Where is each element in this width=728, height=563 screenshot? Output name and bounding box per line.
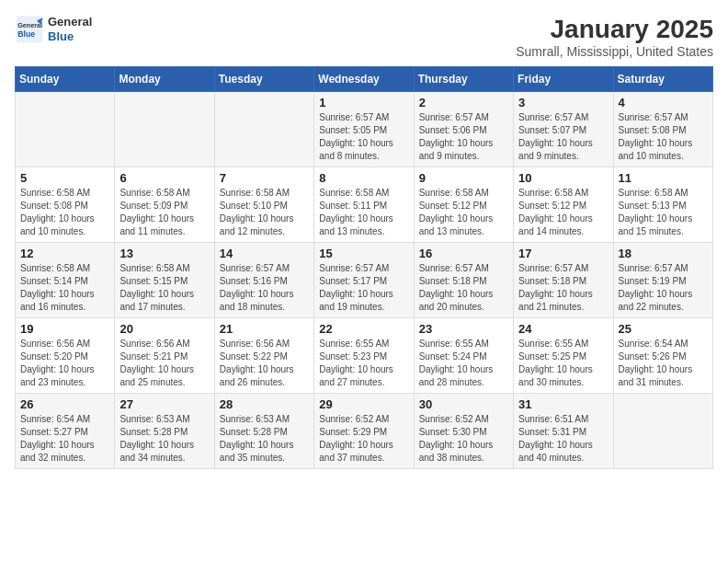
calendar-cell: 16Sunrise: 6:57 AM Sunset: 5:18 PM Dayli…: [414, 243, 513, 318]
day-info: Sunrise: 6:55 AM Sunset: 5:24 PM Dayligh…: [419, 338, 508, 389]
day-info: Sunrise: 6:58 AM Sunset: 5:14 PM Dayligh…: [20, 262, 109, 314]
day-info: Sunrise: 6:58 AM Sunset: 5:09 PM Dayligh…: [119, 187, 209, 238]
day-number: 9: [419, 171, 508, 185]
calendar-cell: 6Sunrise: 6:58 AM Sunset: 5:09 PM Daylig…: [115, 167, 214, 243]
calendar-cell: [613, 394, 712, 469]
calendar-table: SundayMondayTuesdayWednesdayThursdayFrid…: [15, 66, 713, 469]
calendar-week-row: 5Sunrise: 6:58 AM Sunset: 5:08 PM Daylig…: [16, 167, 713, 243]
page-subtitle: Sumrall, Mississippi, United States: [516, 44, 713, 59]
calendar-week-row: 26Sunrise: 6:54 AM Sunset: 5:27 PM Dayli…: [16, 394, 713, 469]
weekday-header: Monday: [115, 67, 214, 92]
day-number: 17: [518, 247, 608, 260]
svg-text:General: General: [17, 21, 42, 29]
calendar-header: SundayMondayTuesdayWednesdayThursdayFrid…: [16, 67, 713, 92]
day-number: 7: [220, 171, 309, 185]
calendar-cell: 26Sunrise: 6:54 AM Sunset: 5:27 PM Dayli…: [16, 394, 115, 469]
day-number: 14: [220, 247, 309, 260]
day-number: 12: [20, 247, 109, 260]
day-info: Sunrise: 6:57 AM Sunset: 5:18 PM Dayligh…: [419, 262, 508, 314]
calendar-cell: 28Sunrise: 6:53 AM Sunset: 5:28 PM Dayli…: [214, 394, 313, 469]
calendar-cell: 29Sunrise: 6:52 AM Sunset: 5:29 PM Dayli…: [314, 394, 414, 469]
day-info: Sunrise: 6:52 AM Sunset: 5:29 PM Dayligh…: [319, 413, 408, 465]
calendar-cell: 14Sunrise: 6:57 AM Sunset: 5:16 PM Dayli…: [214, 243, 313, 318]
day-number: 19: [20, 322, 109, 336]
day-info: Sunrise: 6:54 AM Sunset: 5:27 PM Dayligh…: [20, 413, 109, 465]
day-info: Sunrise: 6:55 AM Sunset: 5:23 PM Dayligh…: [319, 338, 408, 389]
day-number: 5: [20, 171, 109, 185]
day-info: Sunrise: 6:57 AM Sunset: 5:06 PM Dayligh…: [419, 111, 508, 163]
day-number: 4: [619, 96, 708, 109]
weekday-header: Thursday: [414, 67, 513, 92]
calendar-cell: 2Sunrise: 6:57 AM Sunset: 5:06 PM Daylig…: [414, 92, 513, 167]
logo-text: GeneralBlue: [48, 15, 92, 43]
day-info: Sunrise: 6:56 AM Sunset: 5:22 PM Dayligh…: [220, 338, 309, 389]
calendar-cell: 21Sunrise: 6:56 AM Sunset: 5:22 PM Dayli…: [214, 318, 313, 394]
day-info: Sunrise: 6:57 AM Sunset: 5:08 PM Dayligh…: [619, 111, 708, 163]
calendar-cell: 24Sunrise: 6:55 AM Sunset: 5:25 PM Dayli…: [514, 318, 613, 394]
day-info: Sunrise: 6:57 AM Sunset: 5:17 PM Dayligh…: [319, 262, 408, 314]
calendar-cell: [115, 92, 214, 167]
calendar-week-row: 19Sunrise: 6:56 AM Sunset: 5:20 PM Dayli…: [16, 318, 713, 394]
weekday-header: Wednesday: [314, 67, 414, 92]
day-info: Sunrise: 6:57 AM Sunset: 5:05 PM Dayligh…: [319, 111, 408, 163]
day-info: Sunrise: 6:57 AM Sunset: 5:18 PM Dayligh…: [518, 262, 608, 314]
calendar-cell: 3Sunrise: 6:57 AM Sunset: 5:07 PM Daylig…: [514, 92, 613, 167]
calendar-cell: 9Sunrise: 6:58 AM Sunset: 5:12 PM Daylig…: [414, 167, 513, 243]
calendar-cell: 30Sunrise: 6:52 AM Sunset: 5:30 PM Dayli…: [414, 394, 513, 469]
calendar-cell: 10Sunrise: 6:58 AM Sunset: 5:12 PM Dayli…: [514, 167, 613, 243]
day-info: Sunrise: 6:57 AM Sunset: 5:19 PM Dayligh…: [619, 262, 708, 314]
logo-icon: General Blue: [15, 15, 44, 44]
calendar-cell: 20Sunrise: 6:56 AM Sunset: 5:21 PM Dayli…: [115, 318, 214, 394]
calendar-week-row: 1Sunrise: 6:57 AM Sunset: 5:05 PM Daylig…: [16, 92, 713, 167]
calendar-cell: 22Sunrise: 6:55 AM Sunset: 5:23 PM Dayli…: [314, 318, 414, 394]
day-number: 20: [119, 322, 209, 336]
day-info: Sunrise: 6:54 AM Sunset: 5:26 PM Dayligh…: [619, 338, 708, 389]
day-number: 1: [319, 96, 408, 109]
page-header: General Blue GeneralBlue January 2025 Su…: [15, 15, 713, 59]
day-number: 2: [419, 96, 508, 109]
logo: General Blue GeneralBlue: [15, 15, 92, 44]
day-number: 27: [119, 397, 209, 411]
calendar-cell: 12Sunrise: 6:58 AM Sunset: 5:14 PM Dayli…: [16, 243, 115, 318]
calendar-cell: 11Sunrise: 6:58 AM Sunset: 5:13 PM Dayli…: [613, 167, 712, 243]
page-title: January 2025: [516, 15, 713, 44]
day-number: 21: [220, 322, 309, 336]
day-info: Sunrise: 6:51 AM Sunset: 5:31 PM Dayligh…: [518, 413, 608, 465]
day-number: 25: [619, 322, 708, 336]
day-number: 8: [319, 171, 408, 185]
weekday-header: Sunday: [16, 67, 115, 92]
weekday-header: Tuesday: [214, 67, 313, 92]
calendar-cell: 18Sunrise: 6:57 AM Sunset: 5:19 PM Dayli…: [613, 243, 712, 318]
title-block: January 2025 Sumrall, Mississippi, Unite…: [516, 15, 713, 59]
day-info: Sunrise: 6:55 AM Sunset: 5:25 PM Dayligh…: [518, 338, 608, 389]
day-info: Sunrise: 6:58 AM Sunset: 5:10 PM Dayligh…: [220, 187, 309, 238]
day-number: 31: [518, 397, 608, 411]
day-info: Sunrise: 6:58 AM Sunset: 5:13 PM Dayligh…: [619, 187, 708, 238]
day-info: Sunrise: 6:58 AM Sunset: 5:11 PM Dayligh…: [319, 187, 408, 238]
day-number: 30: [419, 397, 508, 411]
day-info: Sunrise: 6:56 AM Sunset: 5:21 PM Dayligh…: [119, 338, 209, 389]
day-info: Sunrise: 6:58 AM Sunset: 5:12 PM Dayligh…: [518, 187, 608, 238]
day-number: 10: [518, 171, 608, 185]
day-info: Sunrise: 6:58 AM Sunset: 5:08 PM Dayligh…: [20, 187, 109, 238]
day-info: Sunrise: 6:58 AM Sunset: 5:15 PM Dayligh…: [119, 262, 209, 314]
day-number: 3: [518, 96, 608, 109]
day-info: Sunrise: 6:53 AM Sunset: 5:28 PM Dayligh…: [119, 413, 209, 465]
calendar-cell: 8Sunrise: 6:58 AM Sunset: 5:11 PM Daylig…: [314, 167, 414, 243]
calendar-cell: 19Sunrise: 6:56 AM Sunset: 5:20 PM Dayli…: [16, 318, 115, 394]
day-info: Sunrise: 6:52 AM Sunset: 5:30 PM Dayligh…: [419, 413, 508, 465]
calendar-cell: 4Sunrise: 6:57 AM Sunset: 5:08 PM Daylig…: [613, 92, 712, 167]
calendar-cell: 13Sunrise: 6:58 AM Sunset: 5:15 PM Dayli…: [115, 243, 214, 318]
calendar-week-row: 12Sunrise: 6:58 AM Sunset: 5:14 PM Dayli…: [16, 243, 713, 318]
calendar-cell: 5Sunrise: 6:58 AM Sunset: 5:08 PM Daylig…: [16, 167, 115, 243]
day-number: 11: [619, 171, 708, 185]
calendar-cell: [214, 92, 313, 167]
day-number: 15: [319, 247, 408, 260]
day-info: Sunrise: 6:57 AM Sunset: 5:07 PM Dayligh…: [518, 111, 608, 163]
calendar-cell: 23Sunrise: 6:55 AM Sunset: 5:24 PM Dayli…: [414, 318, 513, 394]
day-number: 26: [20, 397, 109, 411]
calendar-cell: 25Sunrise: 6:54 AM Sunset: 5:26 PM Dayli…: [613, 318, 712, 394]
calendar-cell: 27Sunrise: 6:53 AM Sunset: 5:28 PM Dayli…: [115, 394, 214, 469]
day-number: 6: [119, 171, 209, 185]
day-number: 18: [619, 247, 708, 260]
